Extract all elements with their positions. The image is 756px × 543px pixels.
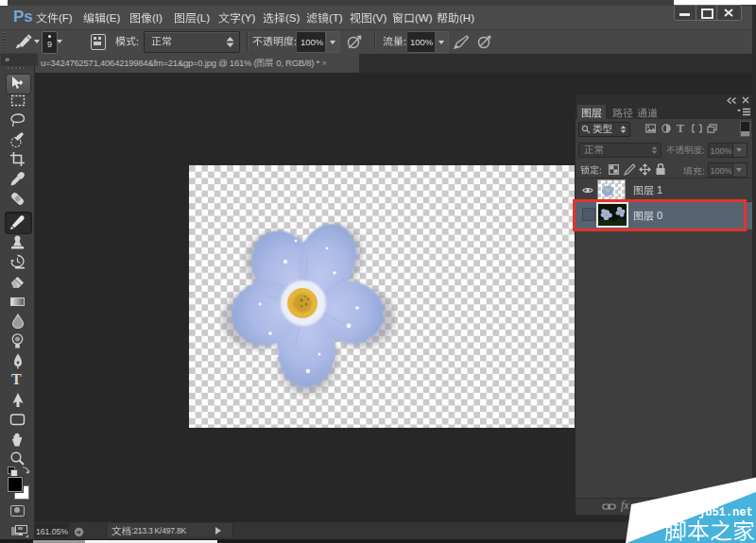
svg-text:jb51.net: jb51.net [698,506,753,519]
